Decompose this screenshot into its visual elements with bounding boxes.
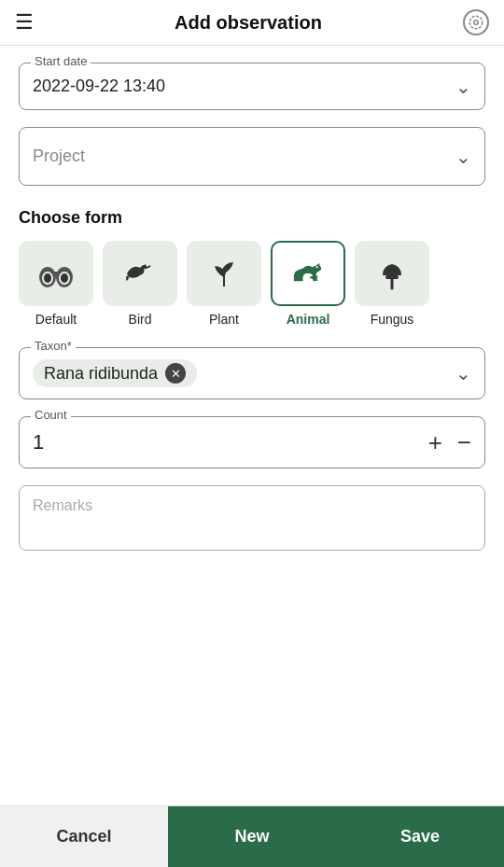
cancel-button[interactable]: Cancel [0,806,168,867]
app-header: ☰ Add observation [0,0,504,46]
svg-point-8 [61,273,68,283]
start-date-label: Start date [31,54,91,68]
svg-point-1 [469,16,483,29]
form-label-bird: Bird [129,312,152,327]
remarks-placeholder: Remarks [33,497,92,513]
project-chevron-icon: ⌄ [455,146,471,168]
form-label-fungus: Fungus [371,312,414,327]
form-icon-bird-box [103,241,177,306]
count-minus-button[interactable]: − [457,430,471,454]
form-type-plant[interactable]: Plant [187,241,261,327]
project-placeholder: Project [33,137,471,175]
form-icon-plant-box [187,241,261,306]
taxon-label: Taxon* [31,339,76,353]
taxon-value: Rana ridibunda [44,364,158,384]
form-label-default: Default [35,312,77,327]
new-button[interactable]: New [168,806,336,867]
form-type-fungus[interactable]: Fungus [355,241,429,327]
count-label: Count [31,408,71,422]
form-label-animal: Animal [287,312,330,327]
start-date-chevron-icon: ⌄ [455,76,471,98]
svg-point-10 [316,266,318,268]
project-field[interactable]: Project ⌄ [19,127,485,186]
form-type-bird[interactable]: Bird [103,241,177,327]
taxon-clear-button[interactable]: ✕ [165,363,186,384]
svg-point-9 [147,264,149,267]
taxon-tag: Rana ridibunda ✕ [33,359,197,387]
form-label-plant: Plant [209,312,239,327]
start-date-value: 2022-09-22 13:40 [33,73,471,100]
start-date-field[interactable]: Start date 2022-09-22 13:40 ⌄ [19,63,485,110]
choose-form-title: Choose form [19,208,485,228]
menu-icon[interactable]: ☰ [15,10,34,35]
count-buttons: + − [428,430,471,454]
save-button[interactable]: Save [336,806,504,867]
taxon-field[interactable]: Taxon* Rana ridibunda ✕ ⌄ [19,347,485,399]
svg-point-7 [44,273,51,283]
form-icon-fungus-box [355,241,429,306]
count-plus-button[interactable]: + [428,430,442,454]
form-type-selector: Default Bird Plant [19,241,485,327]
count-value: 1 [33,430,44,454]
form-type-default[interactable]: Default [19,241,93,327]
svg-rect-4 [52,272,60,276]
remarks-field[interactable]: Remarks [19,485,485,551]
location-icon[interactable] [463,9,489,35]
taxon-chevron-icon: ⌄ [455,362,471,385]
form-type-animal[interactable]: Animal [271,241,345,327]
count-control: 1 + − [20,421,484,464]
main-content: Start date 2022-09-22 13:40 ⌄ Project ⌄ … [0,46,504,644]
form-icon-animal-box [271,241,345,306]
form-icon-default-box [19,241,93,306]
svg-point-0 [474,21,479,25]
bottom-action-bar: Cancel New Save [0,805,504,867]
page-title: Add observation [175,12,322,34]
count-field: Count 1 + − [19,416,485,468]
